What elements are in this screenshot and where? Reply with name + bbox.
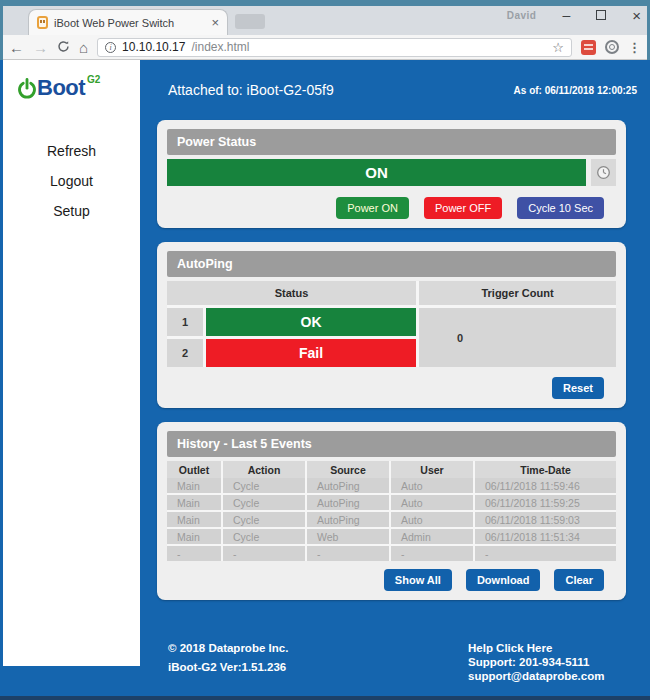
history-cell: AutoPing xyxy=(307,512,389,527)
page-footer: © 2018 Dataprobe Inc. iBoot-G2 Ver:1.51.… xyxy=(140,614,647,683)
address-bar: ← → ⌂ i 10.10.10.17/index.html ☆ ⋮ xyxy=(3,35,647,60)
power-on-button[interactable]: Power ON xyxy=(336,197,409,219)
col-user: User xyxy=(391,461,473,479)
history-cell: 06/11/2018 11:59:03 xyxy=(475,512,616,527)
copyright-text: © 2018 Dataprobe Inc. xyxy=(168,642,468,654)
attached-device-title: Attached to: iBoot-G2-05f9 xyxy=(168,82,334,98)
forward-icon: → xyxy=(33,40,48,55)
download-button[interactable]: Download xyxy=(466,569,541,591)
history-panel: History - Last 5 Events Outlet Action So… xyxy=(157,422,626,600)
history-cell: AutoPing xyxy=(307,495,389,510)
autoping-panel: AutoPing Status Trigger Count 1 OK 0 2 F… xyxy=(157,242,626,408)
history-cell: - xyxy=(391,546,473,561)
history-cell: Auto xyxy=(391,495,473,510)
sidebar-item-logout[interactable]: Logout xyxy=(50,173,93,189)
logo-text: Boot xyxy=(37,77,85,99)
autoping-status-header: Status xyxy=(167,281,416,305)
clear-button[interactable]: Clear xyxy=(554,569,604,591)
tab-bar: iBoot Web Power Switch × David – × xyxy=(3,6,647,35)
outlet-favicon-icon xyxy=(37,16,48,29)
extension-circle-icon[interactable] xyxy=(605,40,619,54)
url-path: /index.html xyxy=(191,40,249,54)
show-all-button[interactable]: Show All xyxy=(384,569,452,591)
col-outlet: Outlet xyxy=(167,461,221,479)
power-symbol-icon xyxy=(17,77,37,101)
window-bottom-border xyxy=(0,696,650,700)
support-email[interactable]: support@dataprobe.com xyxy=(468,670,604,683)
power-off-button[interactable]: Power OFF xyxy=(424,197,502,219)
history-cell: Cycle xyxy=(223,478,305,493)
maximize-icon[interactable] xyxy=(596,10,606,20)
autoping-table: Status Trigger Count 1 OK 0 2 Fail xyxy=(167,281,616,367)
new-tab-button[interactable] xyxy=(235,14,265,29)
col-source: Source xyxy=(307,461,389,479)
version-text: iBoot-G2 Ver:1.51.236 xyxy=(168,661,468,673)
autoping-row-number: 2 xyxy=(167,339,203,367)
help-link[interactable]: Help Click Here xyxy=(468,642,604,655)
history-cell: Main xyxy=(167,512,221,527)
browser-chrome: iBoot Web Power Switch × David – × ← → ⌂… xyxy=(0,0,650,60)
iboot-logo: Boot G2 xyxy=(17,74,140,101)
history-cell: 06/11/2018 11:51:34 xyxy=(475,529,616,544)
autoping-title: AutoPing xyxy=(167,251,616,277)
history-cell: Admin xyxy=(391,529,473,544)
history-cell: - xyxy=(475,546,616,561)
tab-close-icon[interactable]: × xyxy=(211,16,219,29)
autoping-trigger-header: Trigger Count xyxy=(419,281,616,305)
tab-title: iBoot Web Power Switch xyxy=(54,17,205,29)
home-icon[interactable]: ⌂ xyxy=(79,40,88,55)
reset-button[interactable]: Reset xyxy=(552,377,604,399)
sidebar-item-setup[interactable]: Setup xyxy=(53,203,90,219)
history-title: History - Last 5 Events xyxy=(167,431,616,457)
history-cell: AutoPing xyxy=(307,478,389,493)
as-of-timestamp: As of: 06/11/2018 12:00:25 xyxy=(514,85,637,96)
url-input[interactable]: i 10.10.10.17/index.html ☆ xyxy=(97,38,572,57)
history-cell: - xyxy=(307,546,389,561)
autoping-status-2: Fail xyxy=(206,339,416,367)
history-cell: Cycle xyxy=(223,529,305,544)
sidebar: Boot G2 Refresh Logout Setup xyxy=(3,60,140,666)
extension-red-icon[interactable] xyxy=(581,40,596,55)
support-phone: Support: 201-934-5111 xyxy=(468,656,604,669)
power-state-bar: ON xyxy=(167,159,586,186)
minimize-icon[interactable]: – xyxy=(562,7,570,23)
sidebar-item-refresh[interactable]: Refresh xyxy=(47,143,96,159)
page-body: Boot G2 Refresh Logout Setup Attached to… xyxy=(0,60,650,700)
history-cell: Web xyxy=(307,529,389,544)
col-action: Action xyxy=(223,461,305,479)
power-status-title: Power Status xyxy=(167,129,616,155)
cycle-timer-button[interactable] xyxy=(591,159,616,186)
back-icon[interactable]: ← xyxy=(9,40,24,55)
cycle-button[interactable]: Cycle 10 Sec xyxy=(517,197,604,219)
history-cell: Main xyxy=(167,495,221,510)
page-info-icon[interactable]: i xyxy=(105,42,116,53)
browser-menu-icon[interactable]: ⋮ xyxy=(628,40,641,55)
history-cell: Cycle xyxy=(223,495,305,510)
history-cell: Auto xyxy=(391,512,473,527)
logo-g2: G2 xyxy=(87,74,100,85)
col-time-date: Time-Date xyxy=(475,461,616,479)
autoping-row-number: 1 xyxy=(167,308,203,336)
window-close-icon[interactable]: × xyxy=(632,7,641,24)
bookmark-star-icon[interactable]: ☆ xyxy=(552,40,564,55)
power-status-panel: Power Status ON Power ON Power OFF Cycle… xyxy=(157,120,626,228)
clock-icon xyxy=(596,165,611,180)
autoping-status-1: OK xyxy=(206,308,416,336)
browser-profile-name[interactable]: David xyxy=(507,10,537,21)
history-table: Outlet Action Source User Time-Date Main… xyxy=(167,461,616,561)
url-host: 10.10.10.17 xyxy=(122,40,185,54)
autoping-trigger-count: 0 xyxy=(419,308,616,367)
browser-tab[interactable]: iBoot Web Power Switch × xyxy=(28,9,228,35)
history-cell: Main xyxy=(167,529,221,544)
history-cell: - xyxy=(167,546,221,561)
reload-icon[interactable] xyxy=(57,40,70,55)
history-cell: 06/11/2018 11:59:46 xyxy=(475,478,616,493)
history-cell: Main xyxy=(167,478,221,493)
history-cell: 06/11/2018 11:59:25 xyxy=(475,495,616,510)
history-cell: - xyxy=(223,546,305,561)
history-cell: Auto xyxy=(391,478,473,493)
history-cell: Cycle xyxy=(223,512,305,527)
